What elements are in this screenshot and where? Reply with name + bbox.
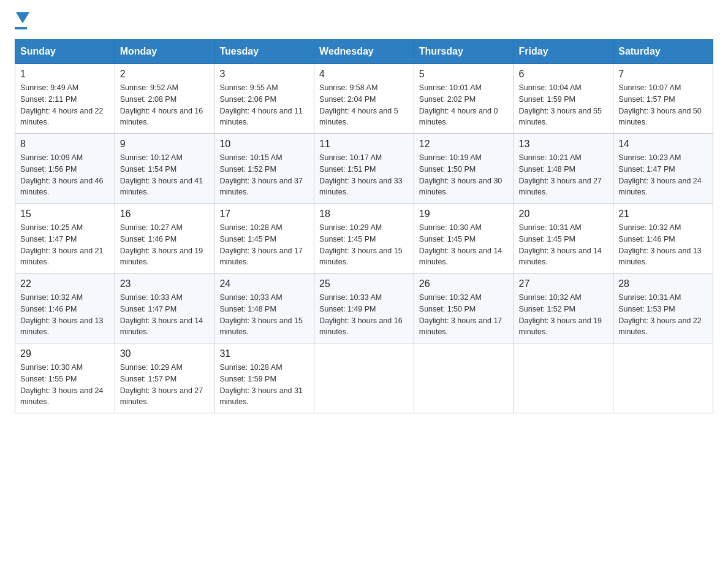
calendar-day-cell: 5 Sunrise: 10:01 AM Sunset: 2:02 PM Dayl… bbox=[414, 64, 514, 134]
calendar-day-cell: 14 Sunrise: 10:23 AM Sunset: 1:47 PM Day… bbox=[613, 134, 713, 204]
day-info: Sunrise: 10:01 AM Sunset: 2:02 PM Daylig… bbox=[419, 82, 509, 128]
calendar-day-cell: 12 Sunrise: 10:19 AM Sunset: 1:50 PM Day… bbox=[414, 134, 514, 204]
day-info: Sunrise: 10:27 AM Sunset: 1:46 PM Daylig… bbox=[120, 222, 210, 268]
day-info: Sunrise: 10:07 AM Sunset: 1:57 PM Daylig… bbox=[618, 82, 708, 128]
weekday-header-thursday: Thursday bbox=[414, 40, 514, 64]
day-info: Sunrise: 10:32 AM Sunset: 1:46 PM Daylig… bbox=[20, 292, 110, 338]
weekday-header-tuesday: Tuesday bbox=[214, 40, 314, 64]
day-info: Sunrise: 10:09 AM Sunset: 1:56 PM Daylig… bbox=[20, 152, 110, 198]
day-number: 14 bbox=[618, 139, 708, 150]
day-info: Sunrise: 10:29 AM Sunset: 1:57 PM Daylig… bbox=[120, 362, 210, 408]
calendar-day-cell: 28 Sunrise: 10:31 AM Sunset: 1:53 PM Day… bbox=[613, 274, 713, 343]
day-number: 24 bbox=[219, 278, 309, 289]
calendar-day-cell: 13 Sunrise: 10:21 AM Sunset: 1:48 PM Day… bbox=[514, 134, 613, 204]
calendar-day-cell: 8 Sunrise: 10:09 AM Sunset: 1:56 PM Dayl… bbox=[15, 134, 115, 204]
calendar-day-cell: 6 Sunrise: 10:04 AM Sunset: 1:59 PM Dayl… bbox=[514, 64, 613, 134]
calendar-day-cell: 3 Sunrise: 9:55 AM Sunset: 2:06 PM Dayli… bbox=[214, 64, 314, 134]
day-number: 7 bbox=[618, 69, 708, 80]
day-number: 16 bbox=[120, 209, 210, 220]
day-info: Sunrise: 10:12 AM Sunset: 1:54 PM Daylig… bbox=[120, 152, 210, 198]
calendar-day-cell: 27 Sunrise: 10:32 AM Sunset: 1:52 PM Day… bbox=[514, 274, 613, 343]
day-info: Sunrise: 9:49 AM Sunset: 2:11 PM Dayligh… bbox=[20, 82, 110, 128]
calendar-day-cell: 4 Sunrise: 9:58 AM Sunset: 2:04 PM Dayli… bbox=[314, 64, 414, 134]
day-number: 12 bbox=[419, 139, 509, 150]
calendar-day-cell: 2 Sunrise: 9:52 AM Sunset: 2:08 PM Dayli… bbox=[115, 64, 214, 134]
day-info: Sunrise: 10:29 AM Sunset: 1:45 PM Daylig… bbox=[319, 222, 409, 268]
day-number: 30 bbox=[120, 348, 210, 359]
day-info: Sunrise: 10:31 AM Sunset: 1:53 PM Daylig… bbox=[618, 292, 708, 338]
calendar-day-cell: 31 Sunrise: 10:28 AM Sunset: 1:59 PM Day… bbox=[214, 343, 314, 413]
day-number: 5 bbox=[419, 69, 509, 80]
day-info: Sunrise: 10:30 AM Sunset: 1:55 PM Daylig… bbox=[20, 362, 110, 408]
weekday-header-wednesday: Wednesday bbox=[314, 40, 414, 64]
day-number: 1 bbox=[20, 69, 110, 80]
empty-day-cell bbox=[314, 343, 414, 413]
empty-day-cell bbox=[613, 343, 713, 413]
calendar-day-cell: 15 Sunrise: 10:25 AM Sunset: 1:47 PM Day… bbox=[15, 204, 115, 274]
calendar-day-cell: 26 Sunrise: 10:32 AM Sunset: 1:50 PM Day… bbox=[414, 274, 514, 343]
calendar-day-cell: 11 Sunrise: 10:17 AM Sunset: 1:51 PM Day… bbox=[314, 134, 414, 204]
calendar-day-cell: 16 Sunrise: 10:27 AM Sunset: 1:46 PM Day… bbox=[115, 204, 214, 274]
calendar-day-cell: 29 Sunrise: 10:30 AM Sunset: 1:55 PM Day… bbox=[15, 343, 115, 413]
day-number: 6 bbox=[519, 69, 609, 80]
calendar-day-cell: 1 Sunrise: 9:49 AM Sunset: 2:11 PM Dayli… bbox=[15, 64, 115, 134]
calendar-day-cell: 23 Sunrise: 10:33 AM Sunset: 1:47 PM Day… bbox=[115, 274, 214, 343]
day-number: 31 bbox=[219, 348, 309, 359]
calendar-day-cell: 17 Sunrise: 10:28 AM Sunset: 1:45 PM Day… bbox=[214, 204, 314, 274]
day-info: Sunrise: 10:15 AM Sunset: 1:52 PM Daylig… bbox=[219, 152, 309, 198]
day-info: Sunrise: 10:04 AM Sunset: 1:59 PM Daylig… bbox=[519, 82, 609, 128]
day-number: 4 bbox=[319, 69, 409, 80]
page-header bbox=[15, 15, 713, 29]
logo-triangle-icon bbox=[16, 12, 29, 26]
calendar-table: SundayMondayTuesdayWednesdayThursdayFrid… bbox=[15, 39, 713, 413]
calendar-day-cell: 30 Sunrise: 10:29 AM Sunset: 1:57 PM Day… bbox=[115, 343, 214, 413]
day-number: 20 bbox=[519, 209, 609, 220]
weekday-header-monday: Monday bbox=[115, 40, 214, 64]
calendar-day-cell: 24 Sunrise: 10:33 AM Sunset: 1:48 PM Day… bbox=[214, 274, 314, 343]
day-info: Sunrise: 10:19 AM Sunset: 1:50 PM Daylig… bbox=[419, 152, 509, 198]
day-number: 22 bbox=[20, 278, 110, 289]
calendar-day-cell: 7 Sunrise: 10:07 AM Sunset: 1:57 PM Dayl… bbox=[613, 64, 713, 134]
day-number: 17 bbox=[219, 209, 309, 220]
weekday-header-saturday: Saturday bbox=[613, 40, 713, 64]
day-number: 28 bbox=[618, 278, 708, 289]
empty-day-cell bbox=[514, 343, 613, 413]
day-info: Sunrise: 10:31 AM Sunset: 1:45 PM Daylig… bbox=[519, 222, 609, 268]
logo bbox=[15, 15, 29, 29]
svg-marker-0 bbox=[16, 12, 29, 23]
day-number: 3 bbox=[219, 69, 309, 80]
day-number: 2 bbox=[120, 69, 210, 80]
day-info: Sunrise: 10:28 AM Sunset: 1:59 PM Daylig… bbox=[219, 362, 309, 408]
day-info: Sunrise: 9:52 AM Sunset: 2:08 PM Dayligh… bbox=[120, 82, 210, 128]
calendar-day-cell: 20 Sunrise: 10:31 AM Sunset: 1:45 PM Day… bbox=[514, 204, 613, 274]
day-number: 13 bbox=[519, 139, 609, 150]
calendar-day-cell: 25 Sunrise: 10:33 AM Sunset: 1:49 PM Day… bbox=[314, 274, 414, 343]
day-number: 25 bbox=[319, 278, 409, 289]
day-info: Sunrise: 10:32 AM Sunset: 1:52 PM Daylig… bbox=[519, 292, 609, 338]
weekday-header-row: SundayMondayTuesdayWednesdayThursdayFrid… bbox=[15, 40, 713, 64]
day-info: Sunrise: 10:28 AM Sunset: 1:45 PM Daylig… bbox=[219, 222, 309, 268]
day-number: 29 bbox=[20, 348, 110, 359]
calendar-week-row: 15 Sunrise: 10:25 AM Sunset: 1:47 PM Day… bbox=[15, 204, 713, 274]
day-number: 27 bbox=[519, 278, 609, 289]
calendar-day-cell: 21 Sunrise: 10:32 AM Sunset: 1:46 PM Day… bbox=[613, 204, 713, 274]
day-info: Sunrise: 10:21 AM Sunset: 1:48 PM Daylig… bbox=[519, 152, 609, 198]
calendar-week-row: 8 Sunrise: 10:09 AM Sunset: 1:56 PM Dayl… bbox=[15, 134, 713, 204]
day-number: 9 bbox=[120, 139, 210, 150]
day-info: Sunrise: 10:33 AM Sunset: 1:49 PM Daylig… bbox=[319, 292, 409, 338]
calendar-week-row: 22 Sunrise: 10:32 AM Sunset: 1:46 PM Day… bbox=[15, 274, 713, 343]
empty-day-cell bbox=[414, 343, 514, 413]
day-info: Sunrise: 10:32 AM Sunset: 1:46 PM Daylig… bbox=[618, 222, 708, 268]
weekday-header-friday: Friday bbox=[514, 40, 613, 64]
day-info: Sunrise: 10:23 AM Sunset: 1:47 PM Daylig… bbox=[618, 152, 708, 198]
day-info: Sunrise: 9:58 AM Sunset: 2:04 PM Dayligh… bbox=[319, 82, 409, 128]
calendar-day-cell: 19 Sunrise: 10:30 AM Sunset: 1:45 PM Day… bbox=[414, 204, 514, 274]
day-number: 10 bbox=[219, 139, 309, 150]
day-info: Sunrise: 10:33 AM Sunset: 1:47 PM Daylig… bbox=[120, 292, 210, 338]
day-number: 23 bbox=[120, 278, 210, 289]
day-info: Sunrise: 10:32 AM Sunset: 1:50 PM Daylig… bbox=[419, 292, 509, 338]
weekday-header-sunday: Sunday bbox=[15, 40, 115, 64]
calendar-day-cell: 22 Sunrise: 10:32 AM Sunset: 1:46 PM Day… bbox=[15, 274, 115, 343]
calendar-day-cell: 9 Sunrise: 10:12 AM Sunset: 1:54 PM Dayl… bbox=[115, 134, 214, 204]
calendar-week-row: 1 Sunrise: 9:49 AM Sunset: 2:11 PM Dayli… bbox=[15, 64, 713, 134]
